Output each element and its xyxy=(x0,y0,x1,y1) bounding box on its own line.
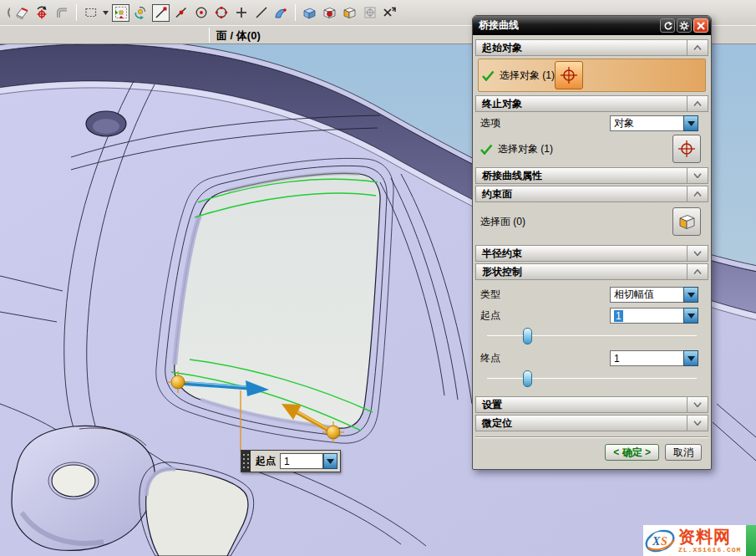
collapse-up-icon[interactable] xyxy=(687,40,708,55)
collapse-up-icon[interactable] xyxy=(687,96,708,111)
spline-icon[interactable] xyxy=(272,4,290,22)
section-end-object[interactable]: 终止对象 xyxy=(475,95,708,112)
shape-type-combo[interactable]: 相切幅值 xyxy=(610,287,698,303)
select-object-label: 选择对象 (1) xyxy=(498,142,553,156)
selection-rectangle-icon[interactable] xyxy=(82,4,99,22)
end-object-select-row[interactable]: 选择对象 (1) xyxy=(475,134,708,166)
trim-body-icon[interactable] xyxy=(381,4,398,22)
ok-button[interactable]: < 确定 > xyxy=(605,444,659,461)
collapse-down-icon[interactable] xyxy=(687,246,708,261)
toolbar-separator xyxy=(76,4,77,21)
svg-text:S: S xyxy=(661,535,667,548)
section-label: 半径约束 xyxy=(476,246,687,261)
start-magnitude-slider[interactable] xyxy=(487,327,697,345)
spinner-arrow-icon[interactable] xyxy=(683,350,698,366)
selection-dropdown-caret[interactable] xyxy=(102,4,109,22)
start-point-value-input[interactable]: 1 xyxy=(280,453,323,469)
type-label: 类型 xyxy=(480,288,500,302)
line-icon[interactable] xyxy=(252,4,270,22)
svg-text:X: X xyxy=(652,535,661,548)
dialog-titlebar[interactable]: 桥接曲线 xyxy=(473,16,711,35)
circle-center-icon[interactable] xyxy=(192,4,210,22)
section-bridge-properties[interactable]: 桥接曲线属性 xyxy=(475,167,708,184)
start-label: 起点 xyxy=(480,309,500,323)
section-label: 起始对象 xyxy=(476,40,687,55)
end-value-input[interactable]: 1 xyxy=(610,350,698,366)
section-micro-positioning[interactable]: 微定位 xyxy=(475,415,708,431)
watermark-body: X S 资料网 ZL.XS1616.COM xyxy=(643,525,746,556)
end-label: 终点 xyxy=(480,351,500,365)
cue-bar-separator xyxy=(209,28,210,43)
dropdown-arrow-icon[interactable] xyxy=(683,287,698,303)
orbit-view-icon[interactable] xyxy=(0,4,11,22)
collapse-down-icon[interactable] xyxy=(687,397,708,412)
onscreen-input-box[interactable]: 起点 1 xyxy=(241,450,341,472)
dialog-close-button[interactable] xyxy=(693,18,708,33)
start-object-select-button[interactable] xyxy=(555,61,583,89)
point-rotate-icon[interactable] xyxy=(132,4,150,22)
quadrant-point-icon[interactable] xyxy=(212,4,230,22)
crosshair-icon xyxy=(560,66,578,84)
pipe-icon[interactable] xyxy=(53,4,71,22)
intersection-point-icon[interactable] xyxy=(232,4,250,22)
cancel-button[interactable]: 取消 xyxy=(665,444,702,461)
snap-point-icon[interactable] xyxy=(112,4,129,22)
end-magnitude-slider[interactable] xyxy=(487,370,697,388)
input-value: 1 xyxy=(610,350,683,366)
dialog-settings-button[interactable] xyxy=(677,18,692,33)
model-hole-top-left[interactable] xyxy=(86,111,126,136)
end-object-option-combo[interactable]: 对象 xyxy=(610,115,698,131)
section-label: 形状控制 xyxy=(476,264,687,279)
select-object-label: 选择对象 (1) xyxy=(500,69,555,83)
site-logo-icon: X S xyxy=(643,526,677,556)
bounded-face-icon[interactable] xyxy=(341,4,358,22)
reset-icon xyxy=(662,21,672,31)
site-name: 资料网 xyxy=(678,528,741,546)
crosshair-icon xyxy=(677,140,696,158)
close-icon xyxy=(697,22,705,30)
select-face-button[interactable] xyxy=(672,207,701,236)
section-label: 微定位 xyxy=(476,416,687,431)
section-label: 约束面 xyxy=(476,186,687,201)
dialog-body: 起始对象 选择对象 (1) 终止对象 选项 对象 选择对象 (1) xyxy=(473,35,711,469)
line-endpoint-icon[interactable] xyxy=(152,4,170,22)
section-settings[interactable]: 设置 xyxy=(475,396,708,413)
start-point-label: 起点 xyxy=(251,451,280,472)
end-object-option-row: 选项 对象 xyxy=(475,113,708,134)
combo-value: 对象 xyxy=(610,115,683,131)
dropdown-arrow-icon[interactable] xyxy=(683,115,698,131)
constraint-face-select-row[interactable]: 选择面 (0) xyxy=(475,203,708,240)
collapse-down-icon[interactable] xyxy=(687,168,708,183)
end-object-select-button[interactable] xyxy=(672,135,701,163)
collapse-up-icon[interactable] xyxy=(687,264,708,279)
collapse-up-icon[interactable] xyxy=(687,186,708,201)
section-radius-constraint[interactable]: 半径约束 xyxy=(475,245,708,262)
line-midpoint-icon[interactable] xyxy=(172,4,190,22)
section-start-object[interactable]: 起始对象 xyxy=(475,39,708,56)
collapse-down-icon[interactable] xyxy=(687,416,708,431)
slider-handle[interactable] xyxy=(523,370,532,387)
spinner-arrow-icon[interactable] xyxy=(323,453,337,469)
face-red-icon[interactable] xyxy=(321,4,338,22)
start-object-select-row[interactable]: 选择对象 (1) xyxy=(478,59,706,92)
section-constraint-face[interactable]: 约束面 xyxy=(475,186,708,202)
drag-grip-icon[interactable] xyxy=(241,451,251,472)
watermark-green-strip xyxy=(746,525,756,556)
dialog-footer: < 确定 > 取消 xyxy=(475,438,708,466)
dialog-title: 桥接曲线 xyxy=(479,18,658,33)
slider-handle[interactable] xyxy=(523,328,532,344)
shape-type-row: 类型 相切幅值 xyxy=(475,281,708,305)
spinner-arrow-icon[interactable] xyxy=(683,308,698,324)
facet-body-icon[interactable] xyxy=(361,4,378,22)
eraser-icon[interactable] xyxy=(13,4,31,22)
start-value-input[interactable]: 1 xyxy=(610,308,698,324)
section-shape-control[interactable]: 形状控制 xyxy=(475,263,708,280)
option-label: 选项 xyxy=(480,116,500,130)
solid-body-icon[interactable] xyxy=(301,4,318,22)
dialog-reset-button[interactable] xyxy=(660,18,675,33)
snap-point-refresh-icon[interactable] xyxy=(33,4,51,22)
bridge-curve-dialog: 桥接曲线 起始对象 选择对象 (1) 终止对象 选项 对象 xyxy=(472,15,712,470)
watermark: X S 资料网 ZL.XS1616.COM xyxy=(643,525,756,556)
gear-icon xyxy=(679,21,689,31)
watermark-text: 资料网 ZL.XS1616.COM xyxy=(678,528,741,553)
